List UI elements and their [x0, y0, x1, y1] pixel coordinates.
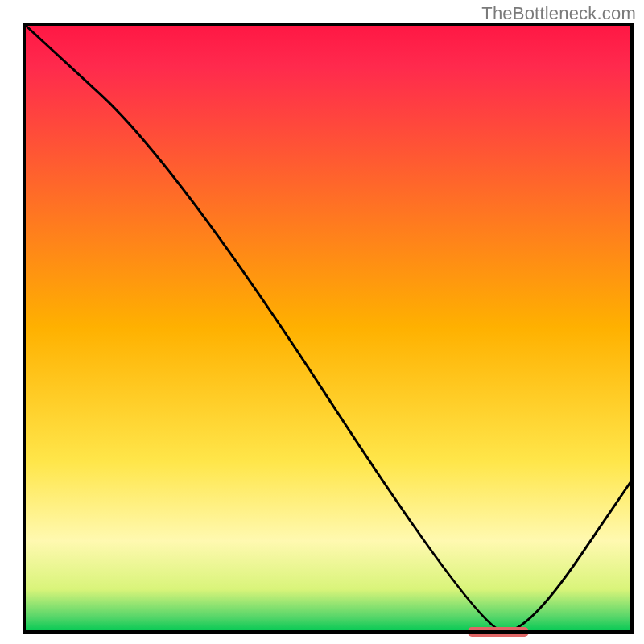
bottleneck-chart [0, 0, 644, 644]
chart-container: TheBottleneck.com [0, 0, 644, 644]
gradient-background [24, 24, 632, 632]
